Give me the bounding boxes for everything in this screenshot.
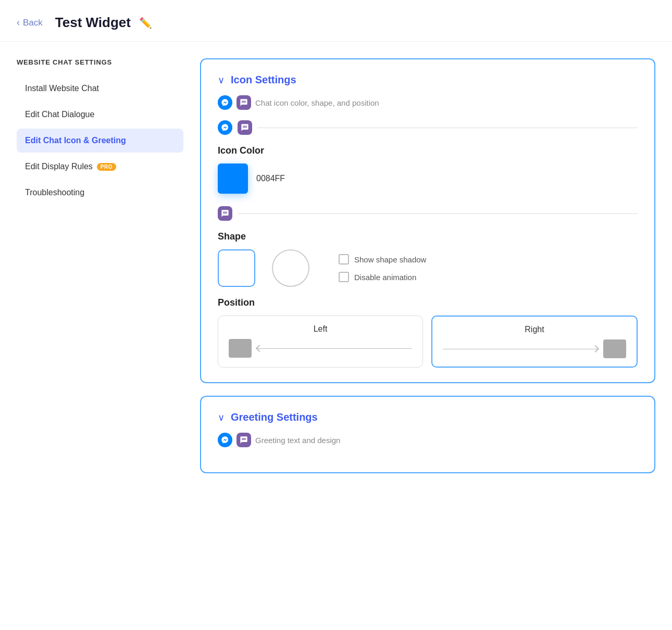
sidebar-item-troubleshoot[interactable]: Troubleshooting	[17, 181, 183, 205]
position-right-arrow	[443, 349, 598, 349]
disable-animation-label: Disable animation	[354, 273, 416, 282]
position-right-label: Right	[525, 325, 544, 334]
greeting-settings-chevron[interactable]: ∨	[218, 412, 225, 423]
sidebar-item-dialogue[interactable]: Edit Chat Dialogue	[17, 103, 183, 127]
divider-line	[257, 128, 638, 128]
sidebar-item-dialogue-label: Edit Chat Dialogue	[25, 110, 94, 119]
position-left-arrow-row	[229, 339, 412, 358]
position-right-arrow-row	[443, 339, 626, 358]
shape-square-option[interactable]	[218, 249, 255, 287]
icon-color-label: Icon Color	[218, 145, 638, 156]
page-header: ‹ Back Test Widget ✏️	[0, 0, 672, 42]
chat-bubble-icon-shape	[218, 206, 232, 221]
chat-bubble-icon-divider	[238, 120, 252, 135]
sidebar-item-install-label: Install Website Chat	[25, 84, 99, 93]
messenger-icon-divider	[218, 120, 232, 135]
sidebar-section-title: WEBSITE CHAT SETTINGS	[17, 58, 183, 66]
main-layout: WEBSITE CHAT SETTINGS Install Website Ch…	[0, 42, 672, 473]
greeting-settings-subtitle-row: Greeting text and design	[218, 433, 638, 447]
greeting-settings-subtitle: Greeting text and design	[255, 436, 340, 445]
sidebar-item-icon[interactable]: Edit Chat Icon & Greeting	[17, 129, 183, 153]
color-row: 0084FF	[218, 163, 638, 194]
icon-settings-chevron[interactable]: ∨	[218, 74, 225, 86]
greeting-settings-card: ∨ Greeting Settings Greeting text and de…	[200, 396, 655, 473]
disable-animation-checkbox[interactable]	[339, 272, 349, 282]
back-label: Back	[23, 18, 43, 28]
shape-divider-line	[238, 213, 638, 214]
icon-settings-header: ∨ Icon Settings	[218, 74, 638, 86]
pro-badge: PRO	[97, 163, 116, 171]
shape-circle-option[interactable]	[272, 249, 309, 287]
position-left-icon-block	[229, 339, 252, 358]
color-swatch[interactable]	[218, 163, 248, 194]
shape-checkboxes: Show shape shadow Disable animation	[339, 254, 426, 282]
sidebar-item-install[interactable]: Install Website Chat	[17, 77, 183, 100]
edit-title-icon[interactable]: ✏️	[139, 17, 152, 29]
sidebar-item-troubleshoot-label: Troubleshooting	[25, 188, 84, 197]
content-area: ∨ Icon Settings Chat icon color, shape	[200, 58, 655, 473]
shape-label: Shape	[218, 231, 638, 242]
disable-animation-row: Disable animation	[339, 272, 426, 282]
show-shape-shadow-label: Show shape shadow	[354, 255, 426, 264]
position-left-option[interactable]: Left	[218, 316, 423, 368]
show-shape-shadow-row: Show shape shadow	[339, 254, 426, 264]
chat-bubble-icon-subtitle	[237, 95, 251, 110]
position-left-label: Left	[314, 324, 328, 334]
position-right-icon-block	[603, 339, 626, 358]
icon-settings-card: ∨ Icon Settings Chat icon color, shape	[200, 58, 655, 383]
shape-row: Show shape shadow Disable animation	[218, 249, 638, 287]
sidebar-item-icon-label: Edit Chat Icon & Greeting	[25, 136, 126, 145]
shape-divider-row	[218, 206, 638, 221]
back-button[interactable]: ‹ Back	[17, 17, 43, 28]
icon-settings-title: Icon Settings	[231, 74, 296, 86]
icon-settings-subtitle: Chat icon color, shape, and position	[255, 98, 379, 107]
messenger-icon	[218, 95, 232, 110]
sidebar-item-display[interactable]: Edit Display Rules PRO	[17, 155, 183, 179]
chat-bubble-icon-greeting	[237, 433, 251, 447]
position-options: Left Right	[218, 316, 638, 368]
messenger-icon-greeting	[218, 433, 232, 447]
greeting-settings-header: ∨ Greeting Settings	[218, 411, 638, 423]
icon-settings-subtitle-row: Chat icon color, shape, and position	[218, 95, 638, 110]
sidebar-item-display-label: Edit Display Rules	[25, 162, 93, 171]
position-right-option[interactable]: Right	[431, 316, 638, 368]
greeting-settings-title: Greeting Settings	[231, 411, 318, 423]
position-left-arrow	[257, 348, 412, 349]
color-value: 0084FF	[256, 174, 285, 183]
page-title: Test Widget	[55, 15, 131, 31]
sidebar: WEBSITE CHAT SETTINGS Install Website Ch…	[17, 58, 183, 473]
back-arrow-icon: ‹	[17, 17, 20, 28]
show-shape-shadow-checkbox[interactable]	[339, 254, 349, 264]
position-label: Position	[218, 297, 638, 308]
icon-settings-divider	[218, 120, 638, 135]
